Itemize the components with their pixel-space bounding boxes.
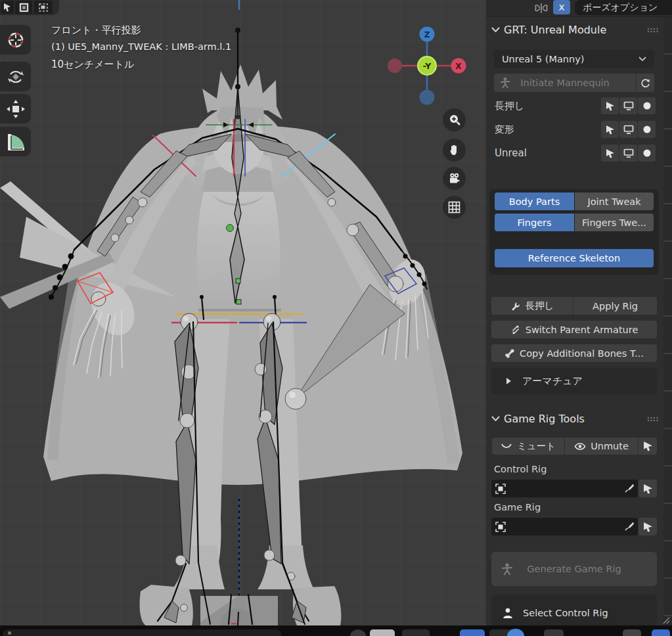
- object-icon: [495, 484, 506, 494]
- bone-icon: [504, 348, 515, 359]
- unmute-button[interactable]: Unmute: [565, 438, 638, 455]
- initiate-mannequin-label: Initiate Mannequin: [520, 78, 610, 88]
- taskbar-icon[interactable]: [350, 629, 366, 636]
- panel-grip-icon[interactable]: [647, 28, 659, 33]
- panel-grip-icon[interactable]: [647, 417, 659, 422]
- circle-icon: [642, 125, 652, 134]
- blender-window: フロント・平行投影 (1) UE5_Manny_TWEAK : LIMB-arm…: [0, 0, 672, 636]
- zoom-icon: [448, 114, 461, 127]
- mute-cursor-toggle[interactable]: [638, 438, 657, 455]
- corner-resize-handle[interactable]: [661, 615, 670, 624]
- initiate-mannequin-button[interactable]: Initiate Mannequin: [494, 74, 636, 92]
- monitor-toggle[interactable]: [619, 121, 637, 138]
- control-rig-field[interactable]: [491, 480, 638, 497]
- eyedropper-icon[interactable]: [624, 484, 634, 493]
- switch-parent-label: Switch Parent Armature: [526, 325, 638, 335]
- long-press-apply-button[interactable]: 長押し: [491, 297, 573, 315]
- switch-parent-armature-button[interactable]: Switch Parent Armature: [491, 321, 657, 338]
- taskbar-status-pill: [3, 629, 281, 636]
- game-rig-cursor-toggle[interactable]: [638, 518, 657, 535]
- control-rig-cursor-toggle[interactable]: [638, 480, 657, 497]
- gizmo-axis-neg-x[interactable]: [388, 58, 402, 73]
- box-select-dashed-icon: [38, 3, 49, 12]
- gizmo-axis-neg-y[interactable]: -Y: [418, 57, 436, 75]
- rotate-tool-button[interactable]: [0, 62, 31, 91]
- armature-subpanel-header[interactable]: アーマチュア: [491, 368, 657, 394]
- ortho-toggle-button[interactable]: [443, 196, 466, 219]
- cursor-toggle[interactable]: [601, 121, 619, 138]
- circle-icon: [642, 148, 652, 158]
- reference-skeleton-button[interactable]: Reference Skeleton: [495, 249, 654, 267]
- taskbar-icon[interactable]: [544, 629, 564, 636]
- sidebar-tab-bar: X ポーズオプション: [486, 0, 672, 17]
- circle-toggle[interactable]: [638, 145, 656, 162]
- measure-tool-icon: [6, 132, 26, 152]
- panel-scroll-gutter[interactable]: [663, 17, 672, 625]
- grt-module-header[interactable]: GRT: Unreal Module: [486, 22, 663, 37]
- grid-icon: [448, 201, 460, 214]
- refresh-button[interactable]: [637, 74, 654, 92]
- rotate-tool-icon: [6, 67, 26, 87]
- fingers-tweak-button[interactable]: Fingers Twe...: [575, 214, 654, 231]
- circle-toggle[interactable]: [638, 121, 656, 138]
- copy-additional-bones-button[interactable]: Copy Additional Bones T...: [491, 344, 657, 362]
- tweak-select-button[interactable]: [1, 1, 14, 14]
- chevron-down-icon: [638, 57, 646, 61]
- armature-subpanel-label: アーマチュア: [522, 375, 583, 388]
- camera-view-button[interactable]: [443, 167, 466, 190]
- taskbar-icon[interactable]: [623, 629, 641, 636]
- view-mode-label: フロント・平行投影: [51, 24, 141, 37]
- monitor-icon: [623, 125, 634, 134]
- armature-icon: [501, 562, 514, 576]
- taskbar-icon[interactable]: [507, 629, 524, 636]
- gizmo-axis-z[interactable]: Z: [420, 27, 435, 42]
- x-mirror-toggle[interactable]: X: [553, 0, 570, 14]
- monitor-toggle[interactable]: [619, 145, 637, 162]
- mirror-butterfly-icon[interactable]: [533, 2, 549, 14]
- play-right-icon: [506, 377, 512, 385]
- monitor-toggle[interactable]: [619, 97, 637, 114]
- zoom-button[interactable]: [443, 108, 466, 131]
- taskbar-icon[interactable]: [402, 629, 430, 636]
- taskbar[interactable]: [0, 625, 672, 636]
- gizmo-axis-x[interactable]: X: [451, 58, 466, 74]
- generate-game-rig-button[interactable]: Generate Game Rig: [491, 552, 657, 586]
- pan-button[interactable]: [443, 139, 466, 162]
- select-control-rig-button[interactable]: Select Control Rig: [491, 595, 657, 625]
- joint-tweak-button[interactable]: Joint Tweak: [575, 193, 654, 210]
- mute-label: ミュート: [517, 440, 556, 453]
- gizmo-axis-neg-z[interactable]: [420, 90, 435, 105]
- taskbar-dot: [8, 631, 11, 635]
- circle-icon: [642, 101, 652, 110]
- navigation-gizmo[interactable]: Z X -Y: [386, 25, 468, 106]
- game-rig-tools-header[interactable]: Game Rig Tools: [486, 411, 663, 426]
- camera-icon: [448, 172, 461, 185]
- taskbar-icon[interactable]: [460, 629, 485, 636]
- game-rig-field[interactable]: [491, 518, 638, 535]
- active-object-label: (1) UE5_Manny_TWEAK : LIMB-arm.l.1: [51, 41, 231, 52]
- measure-tool-button[interactable]: [0, 127, 31, 156]
- preset-dropdown[interactable]: Unreal 5 (Manny): [494, 50, 654, 68]
- circle-toggle[interactable]: [638, 97, 656, 114]
- taskbar-icon[interactable]: [652, 629, 670, 636]
- cursor-icon: [643, 484, 653, 494]
- toggle-row-label: 変形: [495, 124, 514, 136]
- cursor-3d-tool-button[interactable]: [0, 25, 31, 55]
- apply-rig-button[interactable]: Apply Rig: [573, 297, 657, 315]
- person-icon: [502, 607, 514, 619]
- cursor-toggle[interactable]: [601, 145, 619, 162]
- taskbar-icon[interactable]: [370, 629, 395, 636]
- tab-pose-options[interactable]: ポーズオプション: [575, 0, 672, 15]
- mute-button[interactable]: ミュート: [492, 438, 564, 455]
- box-select-button[interactable]: [15, 1, 32, 14]
- monitor-icon: [623, 148, 634, 158]
- fingers-button[interactable]: Fingers: [495, 214, 574, 231]
- transform-tool-icon: [6, 99, 26, 119]
- transform-tool-button[interactable]: [0, 94, 31, 124]
- cursor-icon: [606, 101, 615, 111]
- sidebar-n-panel: X ポーズオプション GRT: Unreal Module Unreal 5 (…: [486, 0, 672, 625]
- eyedropper-icon[interactable]: [624, 522, 634, 532]
- body-parts-button[interactable]: Body Parts: [495, 193, 574, 210]
- box-select-extend-button[interactable]: [34, 1, 53, 14]
- cursor-toggle[interactable]: [601, 97, 619, 114]
